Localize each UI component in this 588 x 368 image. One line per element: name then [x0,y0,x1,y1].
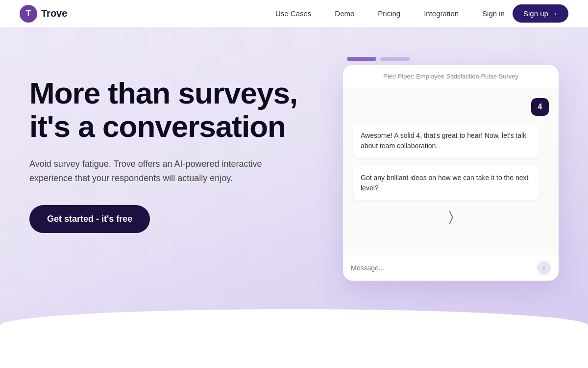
logo-icon: T [20,5,37,23]
nav-link-use-cases[interactable]: Use Cases [275,9,311,18]
logo[interactable]: T Trove [20,5,67,23]
chat-input[interactable] [351,264,533,272]
chat-body: 4 Awesome! A solid 4, that's great to he… [343,88,559,255]
nav-link-pricing[interactable]: Pricing [378,9,400,18]
signup-button[interactable]: Sign up → [513,4,568,23]
chat-message-2: Got any brilliant ideas on how we can ta… [353,166,539,200]
signin-link[interactable]: Sign in [482,9,505,18]
tab-pill-1 [347,57,376,61]
chat-card: Pied Piper: Employee Satisfaction Pulse … [343,65,559,281]
nav-link-demo[interactable]: Demo [335,9,354,18]
hero-subtitle: Avoid survey fatigue. Trove offers an AI… [29,157,274,185]
tab-pill-2 [380,57,410,61]
rating-value: 4 [531,98,549,116]
send-button[interactable]: › [537,261,551,275]
cta-button[interactable]: Get started - it's free [29,205,150,233]
hero-title: More than surveys, it's a conversation [29,77,297,143]
nav-links: Use Cases Demo Pricing Integration [275,9,459,18]
navbar: T Trove Use Cases Demo Pricing Integrati… [0,0,588,27]
hero-content: More than surveys, it's a conversation A… [29,67,297,233]
logo-name: Trove [41,8,67,19]
tab-indicators [343,57,559,61]
nav-link-integration[interactable]: Integration [424,9,459,18]
chat-input-row: › [343,255,559,281]
cursor-icon: 〉 [449,209,453,225]
chat-card-wrapper: Pied Piper: Employee Satisfaction Pulse … [343,57,559,281]
chat-message-1: Awesome! A solid 4, that's great to hear… [353,124,539,158]
chat-header: Pied Piper: Employee Satisfaction Pulse … [343,65,559,88]
hero-section: More than surveys, it's a conversation A… [0,27,588,368]
